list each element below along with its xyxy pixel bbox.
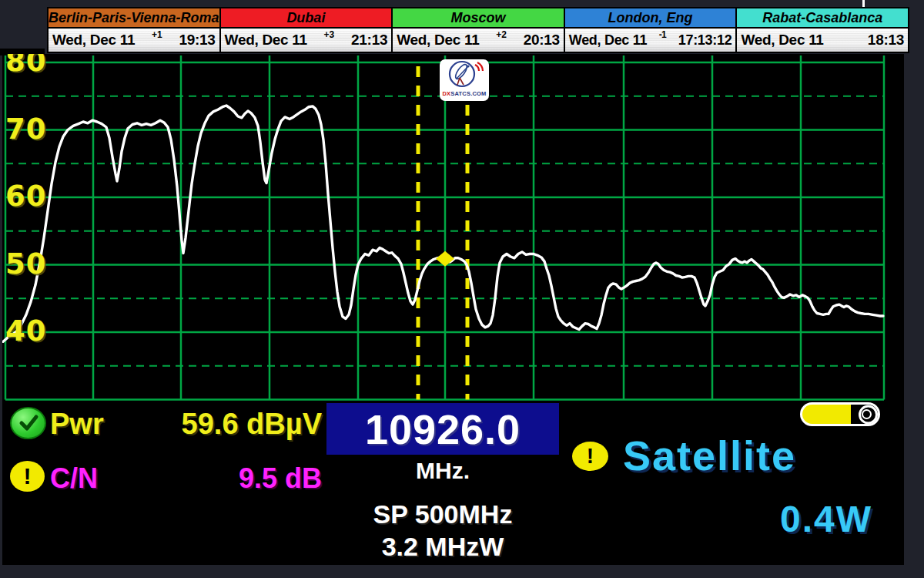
power-toggle-switch[interactable] bbox=[800, 402, 880, 426]
clock-time-row: Wed, Dec 11+119:13 bbox=[49, 29, 219, 52]
clock-cell-3: MoscowWed, Dec 11+220:13 bbox=[393, 8, 565, 52]
clock-utc-offset: +2 bbox=[479, 29, 523, 40]
clock-time-row: Wed, Dec 11+321:13 bbox=[221, 29, 392, 52]
clock-date: Wed, Dec 11 bbox=[397, 32, 479, 49]
power-consumption-readout: 0.4W bbox=[634, 498, 872, 540]
clock-cell-5: Rabat-CasablancaWed, Dec 1118:13 bbox=[737, 8, 908, 52]
pwr-value: 59.6 dBµV bbox=[102, 408, 322, 441]
span-readout: SP 500MHz bbox=[269, 499, 617, 529]
pwr-label: Pwr bbox=[50, 408, 104, 441]
logo-text: DXSATCS.COM bbox=[442, 90, 486, 97]
clock-cell-2: DubaiWed, Dec 11+321:13 bbox=[221, 8, 393, 52]
bandwidth-readout: 3.2 MHzW bbox=[269, 532, 617, 562]
spectrum-trace bbox=[3, 106, 883, 341]
world-clock-bar: Berlin-Paris-Vienna-RomaWed, Dec 11+119:… bbox=[47, 7, 909, 53]
dxsatcs-logo: DXSATCS.COM bbox=[440, 59, 489, 101]
pwr-ok-check-icon bbox=[10, 407, 46, 439]
clock-time: 18:13 bbox=[868, 32, 904, 49]
clock-city-name: Berlin-Paris-Vienna-Roma bbox=[49, 8, 219, 29]
cn-label: C/N bbox=[50, 462, 98, 495]
clock-time: 20:13 bbox=[524, 32, 560, 49]
clock-cell-4: London, EngWed, Dec 11-117:13:12 bbox=[565, 8, 738, 52]
cursor-tick bbox=[862, 0, 865, 7]
y-axis-tick-40: 40 bbox=[5, 318, 47, 345]
clock-date: Wed, Dec 11 bbox=[225, 32, 307, 49]
clock-utc-offset: -1 bbox=[647, 29, 678, 40]
cn-alert-icon: ! bbox=[10, 461, 45, 492]
toggle-knob bbox=[859, 405, 878, 424]
mode-label: Satellite bbox=[623, 432, 796, 479]
frequency-unit: MHz. bbox=[326, 458, 559, 484]
clock-time: 17:13:12 bbox=[678, 32, 732, 49]
clock-utc-offset: +3 bbox=[307, 29, 351, 40]
y-axis-tick-70: 70 bbox=[5, 116, 47, 143]
clock-date: Wed, Dec 11 bbox=[569, 32, 647, 49]
y-axis-tick-80: 80 bbox=[5, 54, 47, 76]
spectrum-screen: 8070605040 DXSATCS.COM Pwr 59.6 dBµV ! C… bbox=[2, 54, 904, 565]
clock-time: 21:13 bbox=[351, 32, 387, 49]
clock-time-row: Wed, Dec 1118:13 bbox=[737, 29, 908, 52]
clock-city-name: London, Eng bbox=[565, 8, 736, 29]
clock-time-row: Wed, Dec 11-117:13:12 bbox=[565, 29, 736, 52]
clock-utc-offset: +1 bbox=[135, 29, 179, 40]
frequency-value: 10926.0 bbox=[365, 405, 521, 453]
clock-time-row: Wed, Dec 11+220:13 bbox=[393, 29, 564, 52]
clock-cell-1: Berlin-Paris-Vienna-RomaWed, Dec 11+119:… bbox=[49, 8, 221, 52]
y-axis-tick-50: 50 bbox=[5, 250, 47, 278]
frequency-display[interactable]: 10926.0 bbox=[326, 403, 559, 455]
clock-city-name: Moscow bbox=[393, 8, 564, 29]
cn-value: 9.5 dB bbox=[102, 462, 322, 495]
clock-date: Wed, Dec 11 bbox=[52, 32, 135, 49]
clock-date: Wed, Dec 11 bbox=[741, 32, 823, 49]
y-axis-tick-60: 60 bbox=[5, 183, 47, 210]
clock-city-name: Rabat-Casablanca bbox=[737, 8, 908, 29]
satmeter-screen: { "clock_bar": { "cities": [ {"name":"Be… bbox=[0, 0, 924, 578]
mode-alert-icon: ! bbox=[572, 442, 608, 471]
clock-time: 19:13 bbox=[179, 32, 215, 49]
clock-city-name: Dubai bbox=[221, 8, 392, 29]
satellite-dish-icon bbox=[441, 59, 487, 90]
